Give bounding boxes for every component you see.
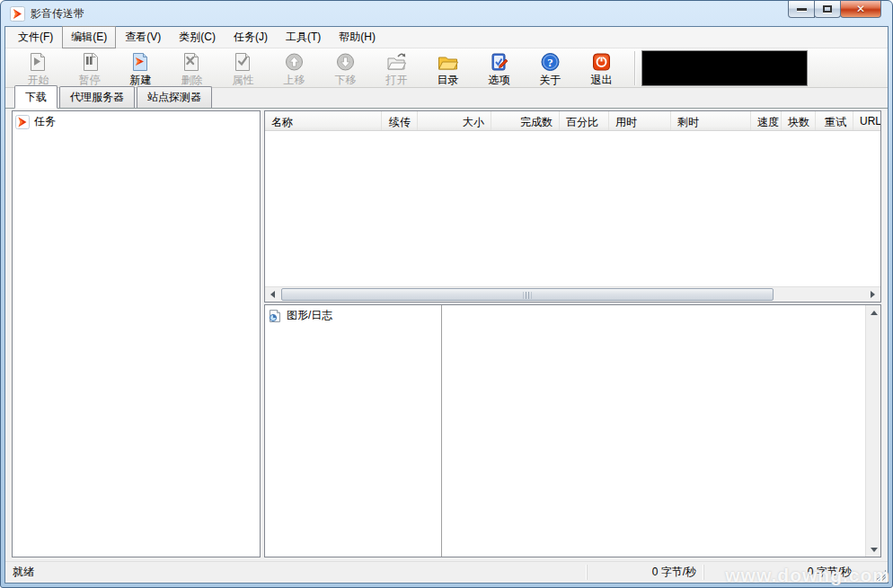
new-button[interactable]: 新建 [115,49,166,87]
arrow-down-icon [871,548,878,552]
properties-button: 属性 [217,49,269,87]
open-button: 打开 [371,49,422,87]
options-button[interactable]: 选项 [473,49,525,87]
scroll-right-button[interactable] [865,287,880,302]
client-area: 文件(F)编辑(E)查看(V)类别(C)任务(J)工具(T)帮助(H) 开始暂停… [4,26,889,584]
scroll-left-button[interactable] [265,287,280,302]
column-header-resume[interactable]: 续传 [382,111,418,130]
pause-button: 暂停 [64,49,115,87]
log-panel: 图形/日志 [264,304,881,557]
move-up-button: 上移 [269,49,320,87]
menu-item-edit[interactable]: 编辑(E) [62,26,116,48]
toolbar-button-label: 下移 [335,73,357,88]
column-header-remaining[interactable]: 剩时 [671,111,751,130]
tasks-icon [15,115,30,129]
vertical-scrollbar[interactable] [865,305,880,557]
move-down-icon [334,51,357,73]
options-icon [488,51,510,73]
directory-button[interactable]: 目录 [422,49,473,87]
toolbar-button-label: 新建 [130,73,152,88]
close-button[interactable]: ✕ [840,1,881,18]
horizontal-scroll-thumb[interactable] [281,288,774,301]
menu-item-file[interactable]: 文件(F) [9,26,62,48]
toolbar-button-label: 属性 [233,73,254,88]
scroll-down-button[interactable] [866,542,881,557]
folder-icon [437,51,459,73]
toolbar: 开始暂停新建删除属性上移下移打开目录选项?关于退出 [5,48,888,88]
toolbar-button-label: 打开 [386,73,408,88]
scroll-grip-icon [524,292,532,299]
horizontal-scrollbar[interactable] [265,286,880,302]
toolbar-button-label: 关于 [540,73,561,88]
column-header-elapsed[interactable]: 用时 [609,111,671,130]
status-bar: 就绪 0 字节/秒 0 字节/秒 [5,561,888,583]
total-speed: 0 字节/秒 [703,565,888,580]
menu-item-help[interactable]: 帮助(H) [330,26,385,48]
arrow-up-icon [871,311,878,315]
arrow-left-icon [270,291,275,298]
arrow-right-icon [871,291,875,298]
about-icon: ? [539,51,561,73]
svg-text:?: ? [547,55,553,68]
download-speed: 0 字节/秒 [587,565,703,580]
move-up-icon [283,51,305,73]
column-header-retries[interactable]: 重试 [816,111,853,130]
titlebar[interactable]: 影音传送带 ✕ [4,1,889,26]
pause-icon [78,51,101,73]
log-view[interactable] [442,305,865,557]
toolbar-button-label: 目录 [438,73,459,88]
log-item-label: 图形/日志 [287,308,332,323]
column-header-percent[interactable]: 百分比 [560,111,609,130]
minimize-icon [797,8,807,11]
delete-button: 删除 [166,49,217,87]
about-button[interactable]: ?关于 [525,49,576,87]
main-area: 任务 名称续传大小完成数百分比用时剩时速度块数重试URL [5,109,888,561]
task-table-body[interactable] [265,131,880,286]
exit-button[interactable]: 退出 [576,49,627,87]
column-header-blocks[interactable]: 块数 [782,111,816,130]
menu-item-task[interactable]: 任务(J) [225,26,277,48]
graph-log-icon [268,309,282,323]
task-list-panel: 名称续传大小完成数百分比用时剩时速度块数重试URL [264,110,881,303]
tree-item-tasks[interactable]: 任务 [13,111,260,132]
scroll-up-button[interactable] [866,305,881,320]
toolbar-button-label: 选项 [489,73,510,88]
resize-grip[interactable] [875,570,886,581]
new-task-icon [129,51,152,73]
column-header-speed[interactable]: 速度 [751,111,782,130]
start-icon [27,51,49,73]
toolbar-button-label: 退出 [591,73,613,88]
tree-item-label: 任务 [34,114,56,129]
tab-strip: 下载代理服务器站点探测器 [5,88,888,109]
table-header: 名称续传大小完成数百分比用时剩时速度块数重试URL [265,111,880,131]
maximize-button[interactable] [814,1,841,18]
toolbar-button-label: 上移 [284,73,305,88]
column-header-completed[interactable]: 完成数 [491,111,560,130]
menu-item-category[interactable]: 类别(C) [170,26,225,48]
start-button: 开始 [13,49,64,87]
menu-bar: 文件(F)编辑(E)查看(V)类别(C)任务(J)工具(T)帮助(H) [5,27,888,48]
window-controls: ✕ [789,1,881,18]
log-item-graph[interactable]: 图形/日志 [265,305,441,326]
log-tab-list[interactable]: 图形/日志 [265,305,442,557]
menu-item-tools[interactable]: 工具(T) [277,26,330,48]
column-header-name[interactable]: 名称 [265,111,382,130]
toolbar-button-label: 暂停 [79,73,101,88]
status-text: 就绪 [5,565,587,580]
delete-icon [181,51,203,73]
banner-area [641,50,808,86]
minimize-button[interactable] [788,1,815,18]
open-file-icon [385,51,408,73]
column-header-url[interactable]: URL [853,111,880,130]
tab-site-explorer[interactable]: 站点探测器 [137,86,212,108]
category-tree-panel[interactable]: 任务 [12,110,261,557]
tab-download[interactable]: 下载 [14,85,57,109]
app-window: 影音传送带 ✕ 文件(F)编辑(E)查看(V)类别(C)任务(J)工具(T)帮助… [0,0,893,588]
move-down-button: 下移 [320,49,371,87]
close-icon: ✕ [856,3,865,15]
tab-proxy-server[interactable]: 代理服务器 [59,86,135,108]
toolbar-separator [634,51,636,85]
app-logo-icon [10,6,25,22]
column-header-size[interactable]: 大小 [418,111,491,130]
menu-item-view[interactable]: 查看(V) [116,26,170,48]
